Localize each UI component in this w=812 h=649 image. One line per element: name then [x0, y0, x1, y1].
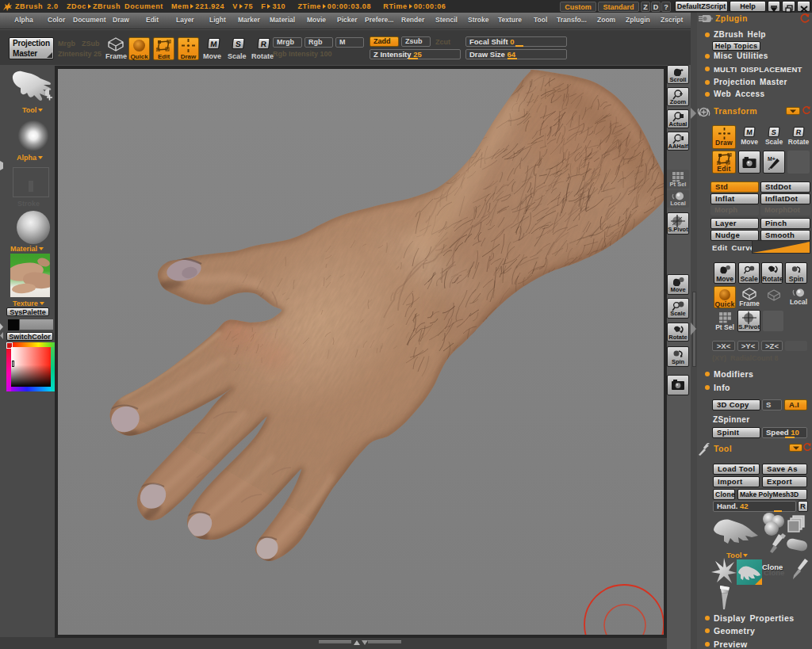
svg-text:M+: M+ — [768, 156, 776, 162]
